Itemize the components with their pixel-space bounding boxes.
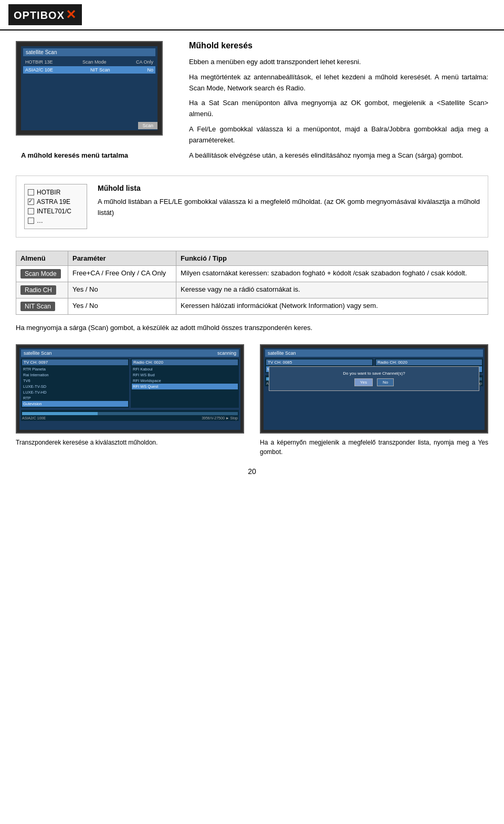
screen2-title-text: satellite Scan [24, 351, 52, 356]
left-column: satellite Scan HOTBIR 13EScan ModeCA Onl… [16, 41, 173, 165]
lista-heading: Műhold lista [98, 184, 480, 192]
page-header: OPTIBOX✕ [0, 0, 504, 30]
satellite-item-2: ASTRA 19E [28, 197, 83, 207]
screen2-subtitle: scanning [217, 351, 236, 356]
satellite-name-2: ASTRA 19E [37, 198, 70, 205]
satellite-list: HOTBIR ASTRA 19E INTEL701/C … [24, 184, 87, 229]
screen2-col2-item3: RFI Worldspace [132, 378, 238, 384]
screen2-progress-bar [22, 412, 238, 415]
top-section: satellite Scan HOTBIR 13EScan ModeCA Onl… [16, 41, 488, 165]
sidebar-label: A műhold keresés menü tartalma [16, 151, 173, 159]
screen2-status: ASIA2/C 100E 3956/V-27500 ► Stop [22, 416, 238, 420]
table-cell-scanmode-tip: Milyen csatornákat keressen: szabadon fo… [176, 266, 488, 282]
screenshot2-image: satellite Scan scanning TV CH: 0097 RTR … [16, 344, 244, 434]
page-content: satellite Scan HOTBIR 13EScan ModeCA Onl… [0, 30, 504, 497]
screen2-col1-item6: RTP [22, 395, 128, 401]
table-cell-radioch-param: Yes / No [68, 282, 176, 298]
logo-x: ✕ [66, 7, 77, 22]
satellite-item-3: INTEL701/C [28, 207, 83, 216]
screen2-columns: TV CH: 0097 RTR Planeta Rai Internation … [21, 358, 239, 408]
screen3-col2-title: Radio CH: 0020 [376, 359, 482, 365]
screenshot3-item: satellite Scan TV CH: 0085 MACAU Radio C… [260, 344, 488, 457]
checkbox-intel [28, 208, 34, 214]
screen2-col1-title: TV CH: 0097 [22, 359, 128, 365]
screen3-col1-title: TV CH: 0085 [266, 359, 372, 365]
dialog-buttons: Yes No [274, 378, 475, 386]
screen2-progress-fill [22, 412, 98, 415]
lista-description: A műhold listában a FEL/LE gombokkal vál… [98, 197, 480, 219]
screen2-status-right: 3956/V-27500 ► Stop [202, 416, 238, 420]
screen2-col1-item7: Gutevision [22, 401, 128, 407]
screenshot3-image: satellite Scan TV CH: 0085 MACAU Radio C… [260, 344, 488, 434]
screen2-col2-item4: RFI WS Quest [132, 384, 238, 389]
screen2-col2-item1: RFI Kaboul [132, 366, 238, 372]
para4: A Fel/Le gombokkal válassza ki a menüpon… [189, 124, 488, 146]
page-number: 20 [16, 467, 488, 486]
screen1-scan-btn: Scan [138, 122, 158, 129]
screen2-col1: TV CH: 0097 RTR Planeta Rai Internation … [21, 358, 129, 408]
satellite-item-1: HOTBIR [28, 188, 83, 197]
screen2-col1-item5: LUXE-TV-HD [22, 389, 128, 395]
table-row-1: Scan Mode Free+CA / Free Only / CA Only … [16, 266, 488, 282]
screen2-status-left: ASIA2/C 100E [22, 416, 46, 420]
muhold-lista-section: HOTBIR ASTRA 19E INTEL701/C … Műhold lis… [16, 176, 488, 238]
screen2-col1-item3: TV6 [22, 378, 128, 384]
screen3-dialog: Do you want to save Channel(s)? Yes No [269, 366, 479, 391]
nit-scan-badge: NIT Scan [20, 302, 55, 311]
checkbox-hotbir [28, 189, 34, 195]
right-column: Műhold keresés Ebben a menüben egy adott… [189, 41, 488, 165]
table-header-almenu: Almenü [16, 251, 68, 266]
para1: Ebben a menüben egy adott transzpondert … [189, 57, 488, 68]
table-cell-nitscan-label: NIT Scan [16, 298, 68, 315]
screenshots-row: satellite Scan scanning TV CH: 0097 RTR … [16, 344, 488, 457]
table-cell-radioch-tip: Keresse vagy ne a rádió csatornákat is. [176, 282, 488, 298]
table-cell-radioch-label: Radio CH [16, 282, 68, 298]
screen1-row1: HOTBIR 13EScan ModeCA Only [23, 58, 155, 66]
screen2-col1-item1: RTR Planeta [22, 366, 128, 372]
satellite-name-1: HOTBIR [37, 189, 60, 196]
para3: Ha a Sat Scan menüponton állva megnyomja… [189, 98, 488, 120]
logo: OPTIBOX✕ [8, 4, 82, 25]
logo-name: OPTIBOX [14, 9, 65, 21]
satellite-name-3: INTEL701/C [37, 208, 71, 215]
dialog-no-btn: No [377, 378, 394, 386]
screen2-bottom: ASIA2/C 100E 3956/V-27500 ► Stop [21, 410, 239, 421]
screen3-title-text: satellite Scan [268, 351, 296, 356]
screen1-title: satellite Scan [23, 48, 155, 56]
screenshot2-item: satellite Scan scanning TV CH: 0097 RTR … [16, 344, 244, 457]
screen2-col1-item4: LUXE-TV-SD [22, 384, 128, 389]
table-header-funkcio: Funkció / Tipp [176, 251, 488, 266]
table-cell-nitscan-tip: Keressen hálózati információkat (Network… [176, 298, 488, 315]
table-row-3: NIT Scan Yes / No Keressen hálózati info… [16, 298, 488, 315]
caption-right: Ha a képernyőn megjelenik a megfelelő tr… [260, 438, 488, 457]
scan-mode-badge: Scan Mode [20, 269, 61, 279]
satellite-item-4: … [28, 216, 83, 225]
para5: A beállítások elvégzése után, a keresés … [189, 150, 488, 161]
main-heading: Műhold keresés [189, 41, 488, 50]
screen2-col2: Radio CH: 0020 RFI Kaboul RFI WS Bud RFI… [131, 358, 239, 408]
bottom-text: Ha megnyomja a sárga (Scan) gombot, a ké… [16, 323, 488, 334]
lista-content: Műhold lista A műhold listában a FEL/LE … [98, 184, 480, 229]
checkbox-etc [28, 218, 34, 224]
radio-ch-badge: Radio CH [20, 285, 56, 295]
screen2-title: satellite Scan scanning [21, 349, 239, 357]
screen2-col1-item2: Rai Internation [22, 372, 128, 378]
para2: Ha megtörténtek az antennabeállítások, e… [189, 72, 488, 94]
satellite-name-4: … [37, 217, 43, 224]
table-cell-scanmode-param: Free+CA / Free Only / CA Only [68, 266, 176, 282]
screen3-title: satellite Scan [265, 349, 483, 357]
table-row-2: Radio CH Yes / No Keresse vagy ne a rádi… [16, 282, 488, 298]
table-cell-nitscan-param: Yes / No [68, 298, 176, 315]
checkbox-astra [28, 199, 34, 205]
table-cell-scanmode-label: Scan Mode [16, 266, 68, 282]
caption-left: Transzponderek keresése a kiválasztott m… [16, 438, 244, 447]
dialog-text: Do you want to save Channel(s)? [274, 371, 475, 376]
screen1-screenshot: satellite Scan HOTBIR 13EScan ModeCA Onl… [16, 41, 163, 136]
dialog-yes-btn: Yes [354, 378, 373, 386]
table-header-parameter: Paraméter [68, 251, 176, 266]
screen2-col2-item2: RFI WS Bud [132, 372, 238, 378]
screen2-col2-title: Radio CH: 0020 [132, 359, 238, 365]
params-table: Almenü Paraméter Funkció / Tipp Scan Mod… [16, 251, 488, 315]
logo-text: OPTIBOX✕ [8, 4, 82, 25]
screen1-row2: ASIA2/C 10ENIT ScanNo [23, 66, 155, 74]
